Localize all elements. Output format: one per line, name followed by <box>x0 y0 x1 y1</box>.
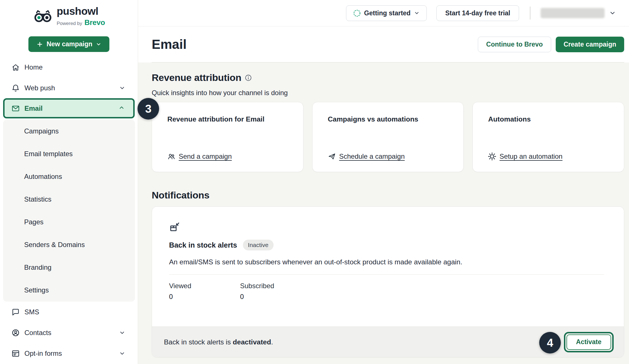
sidebar-item-label: Home <box>24 63 125 71</box>
sidebar-item-label: Web push <box>24 84 114 92</box>
chevron-down-icon <box>119 350 125 357</box>
footer-prefix: Back in stock alerts is <box>164 338 233 346</box>
submenu-item-settings[interactable]: Settings <box>3 279 135 302</box>
start-free-trial-button[interactable]: Start 14-day free trial <box>436 5 519 21</box>
brevo-wordmark: Brevo <box>84 18 105 27</box>
page-content: Revenue attribution Quick insights into … <box>138 62 629 364</box>
submenu-item-branding[interactable]: Branding <box>3 256 135 279</box>
submenu-item-email-templates[interactable]: Email templates <box>3 143 135 165</box>
sidebar-item-home[interactable]: Home <box>0 57 138 78</box>
account-name-redacted <box>541 8 605 18</box>
revenue-section-header: Revenue attribution <box>152 72 624 83</box>
stat-subscribed: Subscribed 0 <box>240 282 311 301</box>
send-campaign-link[interactable]: Send a campaign <box>167 152 232 160</box>
link-label: Setup an automation <box>499 152 563 160</box>
new-campaign-button[interactable]: New campaign <box>28 36 109 52</box>
footer-suffix: . <box>271 338 273 346</box>
bell-icon <box>11 84 20 92</box>
account-menu[interactable] <box>541 8 616 18</box>
back-in-stock-icon <box>169 221 604 233</box>
schedule-campaign-link[interactable]: Schedule a campaign <box>328 152 405 160</box>
sidebar: pushowl Powered by Brevo New campaign <box>0 0 138 364</box>
notification-stats: Viewed 0 Subscribed 0 <box>169 282 604 301</box>
notification-divider <box>169 274 604 275</box>
page-header-band: Email Continue to Brevo Create campaign <box>138 26 629 62</box>
setup-automation-link[interactable]: Setup an automation <box>488 152 563 160</box>
sidebar-item-label: Email <box>24 104 114 112</box>
card-title: Revenue attribution for Email <box>167 115 288 123</box>
submenu-item-label: Settings <box>24 286 49 294</box>
stat-label: Subscribed <box>240 282 311 290</box>
chevron-down-icon <box>609 10 616 16</box>
submenu-item-statistics[interactable]: Statistics <box>3 188 135 211</box>
logo-text: pushowl Powered by Brevo <box>57 6 105 27</box>
pushowl-logo: pushowl Powered by Brevo <box>0 5 138 28</box>
stat-value: 0 <box>169 293 240 301</box>
back-in-stock-body: Back in stock alerts Inactive An email/S… <box>152 207 624 327</box>
sidebar-nav: Home Web push Email <box>0 57 138 364</box>
plus-icon <box>36 41 43 48</box>
link-label: Schedule a campaign <box>339 152 405 160</box>
activate-highlight-ring: Activate <box>564 332 614 352</box>
page-header: Email Continue to Brevo Create campaign <box>152 26 624 62</box>
send-icon <box>328 152 336 160</box>
brand-name: pushowl <box>57 6 105 16</box>
new-campaign-label: New campaign <box>47 40 92 48</box>
revenue-card-email: Revenue attribution for Email Send a cam… <box>152 102 303 172</box>
submenu-item-automations[interactable]: Automations <box>3 165 135 188</box>
annotation-step-3: 3 <box>138 98 159 120</box>
sidebar-item-contacts[interactable]: Contacts <box>0 322 138 343</box>
info-icon[interactable] <box>245 74 252 81</box>
powered-by-label: Powered by <box>57 21 82 26</box>
sidebar-item-label: Opt-in forms <box>24 350 114 357</box>
sidebar-item-opt-in-forms[interactable]: Opt-in forms <box>0 343 138 364</box>
create-campaign-button[interactable]: Create campaign <box>556 37 624 52</box>
sidebar-item-web-push[interactable]: Web push <box>0 78 138 98</box>
form-icon <box>11 349 20 358</box>
sidebar-item-sms[interactable]: SMS <box>0 302 138 322</box>
page-title: Email <box>152 37 187 52</box>
submenu-item-label: Statistics <box>24 195 51 203</box>
people-icon <box>167 152 175 160</box>
person-circle-icon <box>11 329 20 337</box>
notifications-section-header: Notifications <box>152 190 624 201</box>
submenu-item-label: Pages <box>24 218 43 226</box>
revenue-section-title: Revenue attribution <box>152 72 241 83</box>
status-badge: Inactive <box>243 240 274 250</box>
back-in-stock-title-row: Back in stock alerts Inactive <box>169 240 604 250</box>
revenue-cards: Revenue attribution for Email Send a cam… <box>152 102 624 172</box>
stat-label: Viewed <box>169 282 240 290</box>
sidebar-item-label: Contacts <box>24 329 114 337</box>
chevron-down-icon <box>414 10 420 16</box>
chevron-down-icon <box>119 330 125 336</box>
submenu-item-label: Email templates <box>24 150 73 158</box>
home-icon <box>11 63 20 72</box>
card-title: Automations <box>488 115 609 123</box>
submenu-item-senders-domains[interactable]: Senders & Domains <box>3 233 135 256</box>
stat-value: 0 <box>240 293 311 301</box>
notification-title: Back in stock alerts <box>169 241 237 249</box>
powered-by: Powered by Brevo <box>57 18 105 27</box>
getting-started-label: Getting started <box>364 9 411 17</box>
footer-emphasis: deactivated <box>233 338 271 346</box>
submenu-item-label: Automations <box>24 173 62 181</box>
footer-status-text: Back in stock alerts is deactivated. <box>164 338 273 346</box>
notification-description: An email/SMS is sent to subscribers when… <box>169 258 604 266</box>
chevron-down-icon <box>119 85 125 91</box>
envelope-icon <box>11 104 20 113</box>
sidebar-item-email[interactable]: Email <box>3 98 135 118</box>
email-submenu: Campaigns Email templates Automations St… <box>3 120 135 302</box>
chat-bubble-icon <box>11 308 20 316</box>
stat-viewed: Viewed 0 <box>169 282 240 301</box>
revenue-card-campaigns-vs-automations: Campaigns vs automations Schedule a camp… <box>312 102 464 172</box>
topbar-divider <box>530 7 530 20</box>
revenue-section-subtitle: Quick insights into how your channel is … <box>152 89 624 97</box>
submenu-item-pages[interactable]: Pages <box>3 211 135 233</box>
continue-to-brevo-button[interactable]: Continue to Brevo <box>478 37 551 52</box>
getting-started-button[interactable]: Getting started <box>346 5 427 21</box>
sidebar-item-label: SMS <box>24 308 125 316</box>
submenu-item-campaigns[interactable]: Campaigns <box>3 120 135 143</box>
submenu-item-label: Branding <box>24 263 51 271</box>
activate-button[interactable]: Activate <box>566 334 611 350</box>
gear-icon <box>488 152 496 160</box>
